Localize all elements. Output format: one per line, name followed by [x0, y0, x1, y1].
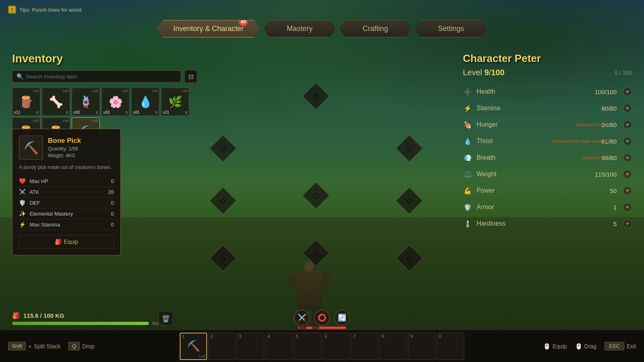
tab-mastery[interactable]: Mastery [264, 20, 336, 37]
search-input[interactable] [26, 74, 177, 80]
tab-inventory[interactable]: Inventory & Character 40 [157, 20, 260, 37]
drag-hint-label: Drag [584, 343, 597, 350]
stat-name-2: DEF [30, 200, 40, 206]
bottom-right-hints: 🖱️ Equip 🖱️ Drag ESC Exit [543, 342, 636, 350]
stat-value-4: 0 [111, 222, 114, 228]
char-stat-icon-0: ➕ [463, 87, 473, 97]
hotbar-slot-4[interactable]: 5 [294, 333, 322, 360]
obtained-4: Obtained Yes [582, 155, 608, 160]
char-stat-plus-0[interactable]: + [623, 87, 632, 96]
q-hint: Q Drop [68, 342, 94, 350]
slot-level-6: Lv0 [33, 119, 39, 123]
hotbar-num-8: 9 [411, 334, 413, 339]
stat-icon-4: ⚡ Max Stamina [19, 221, 60, 228]
search-icon: 🔍 [17, 73, 23, 80]
char-stat-row-1: ⚡ Stamina 80/80 + [463, 100, 632, 117]
circle-left: ⚔️ [294, 310, 310, 326]
char-level-value: 9 [484, 68, 489, 77]
weight-icon: 🎒 [12, 312, 20, 319]
slot-count-3: x83 [103, 110, 110, 115]
slot-level-2: Lv0 [92, 89, 98, 93]
hotbar-slot-0[interactable]: 1 ⛏️ Lv0 [180, 333, 207, 360]
weight-bar-row: Weight [12, 321, 173, 326]
weight-bar-area: 🎒 115.6 / 100 KG Weight 🗑️ [12, 312, 173, 326]
tip-text: Tips: Punch trees for wood. [19, 7, 83, 13]
char-level-display: Level 9/100 [463, 68, 504, 77]
center-circles: ⚔️ ⭕ 🔄 [294, 310, 350, 326]
hotbar-slot-7[interactable]: 8 [380, 333, 407, 360]
hotbar-slot-6[interactable]: 7 [351, 333, 379, 360]
q-key[interactable]: Q [68, 342, 80, 350]
hotbar-slot-8[interactable]: 9 [409, 333, 436, 360]
inventory-slot-5[interactable]: 🌿 x31 E Lv0 [161, 88, 189, 116]
slot-level-8: Lv0 [92, 119, 98, 123]
bottom-bar: Shift + Split Stack Q Drop 1 ⛏️ Lv0 2 3 … [0, 330, 644, 362]
tab-crafting[interactable]: Crafting [339, 20, 412, 37]
item-weight: Weight: 4KG [48, 153, 81, 158]
circle-center: ⭕ [314, 310, 330, 326]
hotbar-slot-2[interactable]: 3 [237, 333, 264, 360]
inventory-slot-2[interactable]: 🪢 x92 E Lv0 [72, 88, 100, 116]
shift-label: Split Stack [34, 343, 60, 350]
item-name: Bone Pick [48, 137, 81, 145]
shift-hint: Shift + Split Stack [8, 342, 60, 350]
slot-icon-5: 🌿 [168, 95, 182, 109]
weight-info: 🎒 115.6 / 100 KG [12, 312, 173, 319]
filter-button[interactable]: ⊟ [184, 70, 197, 83]
char-level-row: Level 9/100 0 / 100 [463, 68, 632, 77]
hotbar-slot-9[interactable]: 0 [437, 333, 464, 360]
circle-right: 🔄 [334, 310, 350, 326]
char-stat-plus-6[interactable]: + [623, 186, 632, 195]
hotbar-slot-5[interactable]: 6 [323, 333, 350, 360]
item-detail-info: Bone Pick Quantity: 1/99 Weight: 4KG [48, 137, 81, 158]
shift-key[interactable]: Shift [8, 342, 26, 350]
slot-count-5: x31 [163, 110, 169, 115]
delete-button[interactable]: 🗑️ [159, 311, 173, 326]
inventory-slot-4[interactable]: 💧 x81 D Lv0 [131, 88, 159, 116]
char-stat-name-1: Stamina [477, 105, 601, 112]
char-stat-plus-1[interactable]: + [623, 104, 632, 113]
esc-key[interactable]: ESC [605, 342, 624, 350]
char-stats: ➕ Health 100/100 + ⚡ Stamina 80/80 + 🍖 H… [463, 84, 632, 232]
stat-icon-0: ❤️ Max HP [19, 178, 48, 184]
search-wrapper[interactable]: 🔍 [12, 70, 181, 82]
char-stat-name-8: Hardiness [477, 220, 613, 227]
equip-button[interactable]: 🎒 Equip [19, 235, 114, 249]
drop-label: Drop [82, 343, 94, 350]
slot-quality-1: E [66, 111, 68, 115]
inventory-slot-3[interactable]: 🌸 x83 D Lv0 [101, 88, 130, 116]
slot-icon-4: 💧 [138, 95, 153, 109]
item-icon: ⛏️ [24, 141, 39, 155]
stat-icon-2: 🛡️ DEF [19, 200, 40, 206]
char-stat-icon-6: 💪 [463, 186, 473, 195]
hotbar-num-5: 6 [325, 334, 327, 339]
char-stat-plus-3[interactable]: + [623, 137, 632, 146]
slot-count-0: x11 [14, 110, 21, 115]
hotbar-slot-1[interactable]: 2 [208, 333, 236, 360]
slot-quality-4: D [155, 111, 158, 115]
stat-value-2: 0 [111, 200, 114, 206]
item-stat-row-0: ❤️ Max HP 0 [19, 176, 114, 187]
inventory-slot-1[interactable]: 🦴 E Lv0 [42, 88, 70, 116]
tip-icon: ! [8, 6, 16, 14]
slot-count-4: x81 [133, 110, 140, 115]
tab-settings[interactable]: Settings [415, 20, 487, 37]
char-stat-icon-3: 💧 [463, 136, 473, 146]
char-stat-plus-2[interactable]: + [623, 120, 632, 129]
hotbar-slot-3[interactable]: 4 [266, 333, 293, 360]
char-stat-plus-5[interactable]: + [623, 170, 632, 179]
slot-level-0: Lv0 [33, 89, 39, 93]
stat-name-3: Elemental Mastery [30, 211, 73, 217]
char-stat-value-0: 100/100 [595, 88, 617, 95]
char-stat-plus-7[interactable]: + [623, 203, 632, 212]
char-stat-name-6: Power [477, 187, 610, 194]
slot-level-3: Lv0 [122, 89, 128, 93]
hotbar-num-6: 7 [353, 334, 356, 339]
char-stat-plus-8[interactable]: + [623, 219, 632, 228]
char-stat-plus-4[interactable]: + [623, 153, 632, 162]
item-stat-row-2: 🛡️ DEF 0 [19, 197, 114, 208]
item-quantity: Quantity: 1/99 [48, 146, 81, 152]
hotbar: 1 ⛏️ Lv0 2 3 4 5 6 7 8 9 0 [180, 333, 464, 360]
slot-icon-3: 🌸 [109, 95, 123, 109]
inventory-slot-0[interactable]: 🪵 x11 E Lv0 [12, 88, 40, 116]
